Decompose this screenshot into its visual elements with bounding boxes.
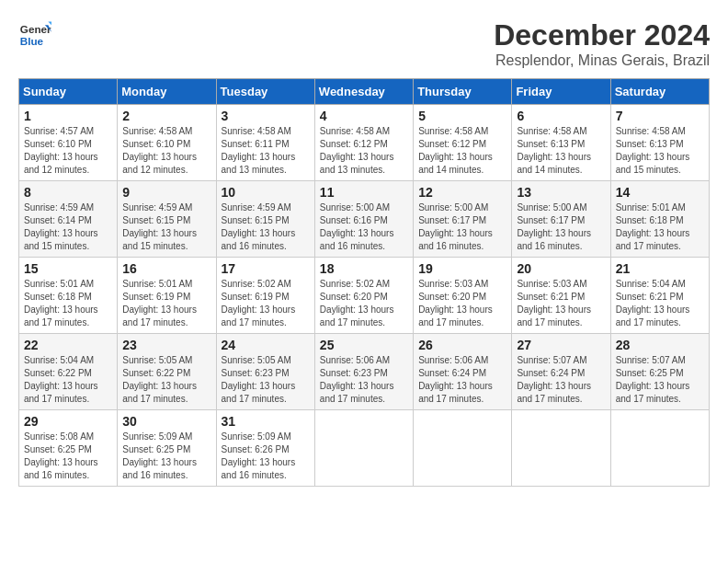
calendar-cell: 28Sunrise: 5:07 AM Sunset: 6:25 PM Dayli… (610, 334, 709, 410)
logo-icon: General Blue (18, 18, 51, 52)
calendar-cell: 21Sunrise: 5:04 AM Sunset: 6:21 PM Dayli… (610, 258, 709, 334)
calendar-cell: 31Sunrise: 5:09 AM Sunset: 6:26 PM Dayli… (216, 410, 314, 487)
day-info: Sunrise: 4:58 AM Sunset: 6:10 PM Dayligh… (122, 125, 210, 177)
calendar-cell (512, 410, 610, 487)
calendar-cell: 17Sunrise: 5:02 AM Sunset: 6:19 PM Dayli… (216, 258, 314, 334)
calendar-cell: 1Sunrise: 4:57 AM Sunset: 6:10 PM Daylig… (19, 105, 118, 181)
day-info: Sunrise: 5:01 AM Sunset: 6:18 PM Dayligh… (24, 278, 112, 329)
header-cell-monday: Monday (118, 79, 216, 105)
calendar-cell: 8Sunrise: 4:59 AM Sunset: 6:14 PM Daylig… (19, 181, 118, 258)
week-row-2: 8Sunrise: 4:59 AM Sunset: 6:14 PM Daylig… (19, 181, 710, 258)
calendar-cell: 16Sunrise: 5:01 AM Sunset: 6:19 PM Dayli… (118, 258, 216, 334)
day-number: 18 (320, 261, 408, 276)
calendar-cell: 7Sunrise: 4:58 AM Sunset: 6:13 PM Daylig… (610, 105, 709, 181)
header-cell-tuesday: Tuesday (216, 79, 314, 105)
title-area: December 2024 Resplendor, Minas Gerais, … (494, 18, 710, 69)
day-info: Sunrise: 4:58 AM Sunset: 6:11 PM Dayligh… (222, 125, 310, 177)
day-number: 13 (517, 185, 605, 200)
header: General Blue December 2024 Resplendor, M… (18, 18, 710, 69)
day-info: Sunrise: 5:00 AM Sunset: 6:17 PM Dayligh… (517, 201, 605, 253)
day-info: Sunrise: 5:02 AM Sunset: 6:19 PM Dayligh… (222, 278, 310, 329)
week-row-5: 29Sunrise: 5:08 AM Sunset: 6:25 PM Dayli… (19, 410, 710, 487)
day-number: 22 (24, 338, 112, 352)
day-number: 2 (122, 109, 210, 123)
day-number: 25 (320, 338, 408, 352)
calendar-cell: 29Sunrise: 5:08 AM Sunset: 6:25 PM Dayli… (19, 410, 118, 487)
calendar-table: SundayMondayTuesdayWednesdayThursdayFrid… (18, 78, 710, 487)
calendar-cell: 4Sunrise: 4:58 AM Sunset: 6:12 PM Daylig… (314, 105, 413, 181)
day-number: 31 (222, 414, 310, 429)
calendar-cell: 26Sunrise: 5:06 AM Sunset: 6:24 PM Dayli… (414, 334, 512, 410)
calendar-cell (414, 410, 512, 487)
calendar-cell: 15Sunrise: 5:01 AM Sunset: 6:18 PM Dayli… (19, 258, 118, 334)
calendar-cell: 2Sunrise: 4:58 AM Sunset: 6:10 PM Daylig… (118, 105, 216, 181)
calendar-cell: 20Sunrise: 5:03 AM Sunset: 6:21 PM Dayli… (512, 258, 610, 334)
day-info: Sunrise: 4:58 AM Sunset: 6:13 PM Dayligh… (616, 125, 704, 177)
calendar-cell: 23Sunrise: 5:05 AM Sunset: 6:22 PM Dayli… (118, 334, 216, 410)
header-cell-sunday: Sunday (19, 79, 118, 105)
day-info: Sunrise: 5:06 AM Sunset: 6:24 PM Dayligh… (418, 354, 506, 406)
day-number: 27 (517, 338, 605, 352)
header-cell-thursday: Thursday (414, 79, 512, 105)
day-number: 15 (24, 261, 112, 276)
calendar-cell: 12Sunrise: 5:00 AM Sunset: 6:17 PM Dayli… (414, 181, 512, 258)
day-info: Sunrise: 5:09 AM Sunset: 6:25 PM Dayligh… (122, 431, 210, 482)
svg-text:Blue: Blue (20, 35, 44, 47)
day-number: 20 (517, 261, 605, 276)
calendar-cell (610, 410, 709, 487)
day-number: 9 (122, 185, 210, 200)
day-info: Sunrise: 5:06 AM Sunset: 6:23 PM Dayligh… (320, 354, 408, 406)
day-info: Sunrise: 4:59 AM Sunset: 6:15 PM Dayligh… (222, 201, 310, 253)
header-cell-saturday: Saturday (610, 79, 709, 105)
calendar-cell: 6Sunrise: 4:58 AM Sunset: 6:13 PM Daylig… (512, 105, 610, 181)
day-number: 8 (24, 185, 112, 200)
day-number: 17 (222, 261, 310, 276)
day-info: Sunrise: 5:05 AM Sunset: 6:23 PM Dayligh… (222, 354, 310, 406)
calendar-cell: 19Sunrise: 5:03 AM Sunset: 6:20 PM Dayli… (414, 258, 512, 334)
day-number: 5 (418, 109, 506, 123)
day-number: 7 (616, 109, 704, 123)
calendar-cell: 24Sunrise: 5:05 AM Sunset: 6:23 PM Dayli… (216, 334, 314, 410)
week-row-4: 22Sunrise: 5:04 AM Sunset: 6:22 PM Dayli… (19, 334, 710, 410)
day-info: Sunrise: 4:58 AM Sunset: 6:12 PM Dayligh… (418, 125, 506, 177)
calendar-cell: 14Sunrise: 5:01 AM Sunset: 6:18 PM Dayli… (610, 181, 709, 258)
day-info: Sunrise: 5:05 AM Sunset: 6:22 PM Dayligh… (122, 354, 210, 406)
day-info: Sunrise: 5:01 AM Sunset: 6:19 PM Dayligh… (122, 278, 210, 329)
day-number: 28 (616, 338, 704, 352)
day-info: Sunrise: 4:57 AM Sunset: 6:10 PM Dayligh… (24, 125, 112, 177)
day-number: 10 (222, 185, 310, 200)
day-info: Sunrise: 5:07 AM Sunset: 6:25 PM Dayligh… (616, 354, 704, 406)
day-number: 30 (122, 414, 210, 429)
calendar-cell: 10Sunrise: 4:59 AM Sunset: 6:15 PM Dayli… (216, 181, 314, 258)
week-row-3: 15Sunrise: 5:01 AM Sunset: 6:18 PM Dayli… (19, 258, 710, 334)
calendar-cell: 9Sunrise: 4:59 AM Sunset: 6:15 PM Daylig… (118, 181, 216, 258)
day-info: Sunrise: 5:04 AM Sunset: 6:22 PM Dayligh… (24, 354, 112, 406)
day-number: 19 (418, 261, 506, 276)
day-number: 1 (24, 109, 112, 123)
calendar-cell: 18Sunrise: 5:02 AM Sunset: 6:20 PM Dayli… (314, 258, 413, 334)
day-number: 12 (418, 185, 506, 200)
day-info: Sunrise: 5:03 AM Sunset: 6:21 PM Dayligh… (517, 278, 605, 329)
day-number: 23 (122, 338, 210, 352)
calendar-cell: 30Sunrise: 5:09 AM Sunset: 6:25 PM Dayli… (118, 410, 216, 487)
day-info: Sunrise: 5:07 AM Sunset: 6:24 PM Dayligh… (517, 354, 605, 406)
day-info: Sunrise: 5:03 AM Sunset: 6:20 PM Dayligh… (418, 278, 506, 329)
day-info: Sunrise: 5:00 AM Sunset: 6:17 PM Dayligh… (418, 201, 506, 253)
calendar-cell: 22Sunrise: 5:04 AM Sunset: 6:22 PM Dayli… (19, 334, 118, 410)
day-info: Sunrise: 5:04 AM Sunset: 6:21 PM Dayligh… (616, 278, 704, 329)
page-container: General Blue December 2024 Resplendor, M… (18, 18, 710, 487)
logo: General Blue (18, 18, 51, 52)
day-info: Sunrise: 5:09 AM Sunset: 6:26 PM Dayligh… (222, 431, 310, 482)
calendar-cell: 11Sunrise: 5:00 AM Sunset: 6:16 PM Dayli… (314, 181, 413, 258)
day-info: Sunrise: 5:08 AM Sunset: 6:25 PM Dayligh… (24, 431, 112, 482)
calendar-cell: 13Sunrise: 5:00 AM Sunset: 6:17 PM Dayli… (512, 181, 610, 258)
header-row: SundayMondayTuesdayWednesdayThursdayFrid… (19, 79, 710, 105)
location-title: Resplendor, Minas Gerais, Brazil (494, 52, 710, 69)
day-info: Sunrise: 5:01 AM Sunset: 6:18 PM Dayligh… (616, 201, 704, 253)
day-info: Sunrise: 4:59 AM Sunset: 6:15 PM Dayligh… (122, 201, 210, 253)
day-number: 14 (616, 185, 704, 200)
day-info: Sunrise: 4:58 AM Sunset: 6:12 PM Dayligh… (320, 125, 408, 177)
day-number: 6 (517, 109, 605, 123)
day-info: Sunrise: 4:58 AM Sunset: 6:13 PM Dayligh… (517, 125, 605, 177)
day-info: Sunrise: 5:02 AM Sunset: 6:20 PM Dayligh… (320, 278, 408, 329)
